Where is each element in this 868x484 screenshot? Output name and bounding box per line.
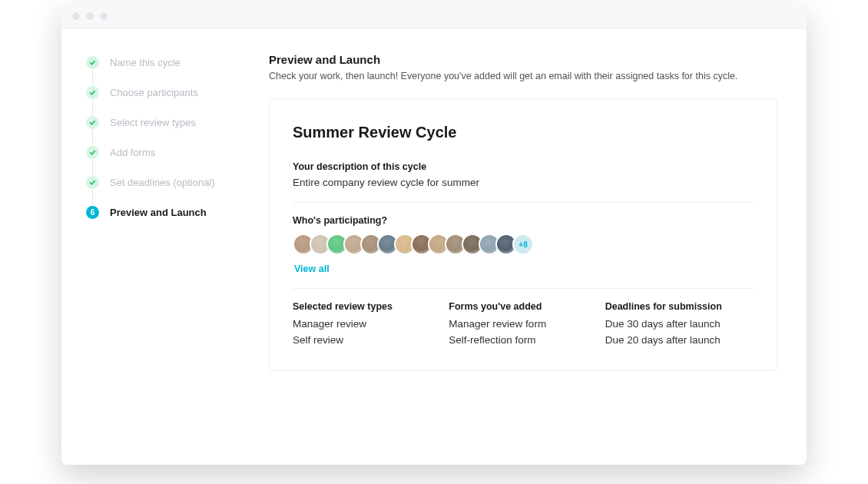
step-label: Choose participants <box>110 87 198 98</box>
description-text: Entire company review cycle for summer <box>293 177 754 188</box>
check-icon <box>86 146 99 159</box>
step-label: Add forms <box>110 147 155 158</box>
step-set-deadlines[interactable]: Set deadlines (optional) <box>86 176 269 206</box>
close-dot[interactable] <box>72 12 80 20</box>
titlebar <box>61 4 807 28</box>
content-area: Name this cycle Choose participants Sele… <box>61 28 807 465</box>
step-select-review-types[interactable]: Select review types <box>86 116 269 146</box>
column-label: Selected review types <box>293 301 441 312</box>
forms-column: Forms you've added Manager review form S… <box>449 301 597 350</box>
page-title: Preview and Launch <box>269 53 777 66</box>
list-item: Manager review form <box>449 318 597 330</box>
step-label: Preview and Launch <box>110 207 207 218</box>
check-icon <box>86 116 99 129</box>
minimize-dot[interactable] <box>86 12 94 20</box>
step-name-cycle[interactable]: Name this cycle <box>86 56 269 86</box>
check-icon <box>86 176 99 189</box>
check-icon <box>86 86 99 99</box>
summary-columns: Selected review types Manager review Sel… <box>293 301 754 350</box>
divider <box>293 288 754 289</box>
divider <box>293 202 754 203</box>
list-item: Self-reflection form <box>449 334 597 346</box>
avatar-more-badge[interactable]: +8 <box>512 234 534 255</box>
deadlines-column: Deadlines for submission Due 30 days aft… <box>605 301 754 350</box>
view-all-link[interactable]: View all <box>294 264 330 274</box>
avatar-row: +8 <box>293 234 754 255</box>
step-label: Name this cycle <box>110 57 181 68</box>
description-label: Your description of this cycle <box>293 161 754 172</box>
step-label: Set deadlines (optional) <box>110 177 215 188</box>
page-subtitle: Check your work, then launch! Everyone y… <box>269 71 777 81</box>
review-types-column: Selected review types Manager review Sel… <box>293 301 441 350</box>
app-window: Name this cycle Choose participants Sele… <box>61 4 807 465</box>
list-item: Manager review <box>293 318 441 330</box>
cycle-title: Summer Review Cycle <box>293 124 754 141</box>
step-number-icon: 6 <box>86 206 99 219</box>
step-preview-launch[interactable]: 6 Preview and Launch <box>86 206 269 236</box>
step-choose-participants[interactable]: Choose participants <box>86 86 269 116</box>
step-label: Select review types <box>110 117 196 128</box>
step-add-forms[interactable]: Add forms <box>86 146 269 176</box>
step-sidebar: Name this cycle Choose participants Sele… <box>86 53 269 446</box>
column-label: Deadlines for submission <box>605 301 754 312</box>
main-panel: Preview and Launch Check your work, then… <box>269 53 777 446</box>
list-item: Due 30 days after launch <box>605 318 754 330</box>
participants-label: Who's participating? <box>293 215 754 226</box>
preview-card: Summer Review Cycle Your description of … <box>269 98 777 371</box>
maximize-dot[interactable] <box>100 12 108 20</box>
check-icon <box>86 56 99 69</box>
list-item: Due 20 days after launch <box>605 334 754 346</box>
list-item: Self review <box>293 334 441 346</box>
column-label: Forms you've added <box>449 301 597 312</box>
